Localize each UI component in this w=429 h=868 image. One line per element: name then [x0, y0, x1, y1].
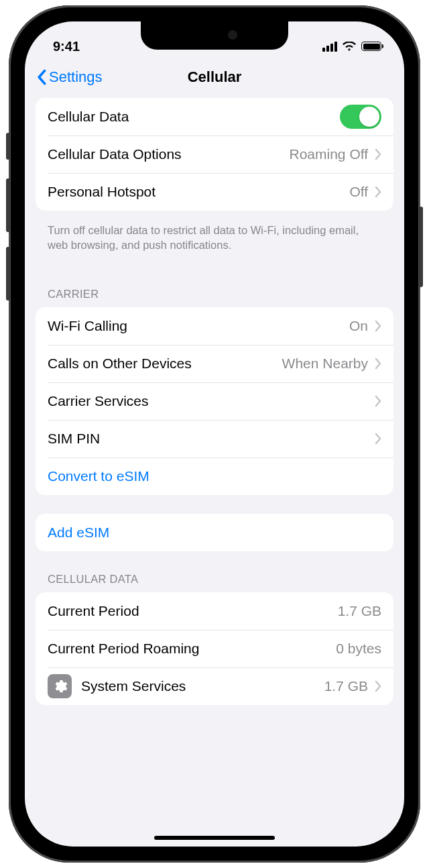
row-convert-to-esim[interactable]: Convert to eSIM [36, 457, 393, 495]
back-button[interactable]: Settings [37, 68, 103, 86]
row-value: 1.7 GB [324, 678, 368, 694]
row-add-esim[interactable]: Add eSIM [36, 514, 393, 551]
chevron-right-icon [375, 433, 381, 445]
chevron-left-icon [37, 69, 48, 85]
row-system-services[interactable]: System Services 1.7 GB [36, 667, 393, 705]
group-cellular-data-usage: Current Period 1.7 GB Current Period Roa… [36, 592, 393, 705]
row-wifi-calling[interactable]: Wi-Fi Calling On [36, 307, 393, 345]
row-value: On [349, 318, 368, 334]
row-cellular-data-options[interactable]: Cellular Data Options Roaming Off [36, 135, 393, 173]
row-label: Personal Hotspot [48, 184, 349, 200]
status-time: 9:41 [53, 39, 80, 54]
chevron-right-icon [375, 148, 381, 160]
group-cellular-main: Cellular Data Cellular Data Options Roam… [36, 98, 393, 211]
toggle-cellular-data[interactable] [340, 105, 381, 129]
row-sim-pin[interactable]: SIM PIN [36, 420, 393, 457]
gear-icon [48, 674, 72, 698]
section-header-carrier: CARRIER [36, 273, 393, 307]
row-value: Roaming Off [290, 146, 369, 162]
cellular-signal-icon [322, 42, 337, 52]
battery-icon [361, 42, 381, 51]
chevron-right-icon [375, 680, 381, 692]
row-label: System Services [81, 678, 324, 694]
row-label: SIM PIN [48, 431, 375, 447]
group-carrier: Wi-Fi Calling On Calls on Other Devices … [36, 307, 393, 495]
chevron-right-icon [375, 358, 381, 370]
row-current-period: Current Period 1.7 GB [36, 592, 393, 630]
chevron-right-icon [375, 320, 381, 332]
back-label: Settings [49, 68, 103, 86]
row-carrier-services[interactable]: Carrier Services [36, 382, 393, 420]
section-footer: Turn off cellular data to restrict all d… [36, 217, 393, 273]
home-indicator[interactable] [154, 836, 275, 840]
chevron-right-icon [375, 186, 381, 198]
group-add-esim: Add eSIM [36, 514, 393, 551]
row-personal-hotspot[interactable]: Personal Hotspot Off [36, 173, 393, 211]
row-label: Calls on Other Devices [48, 356, 282, 372]
row-label: Wi-Fi Calling [48, 318, 349, 334]
section-header-cellular-data: CELLULAR DATA [36, 558, 393, 592]
row-value: Off [349, 184, 368, 200]
row-value: When Nearby [282, 356, 368, 372]
chevron-right-icon [375, 395, 381, 407]
row-label: Current Period Roaming [48, 641, 336, 657]
row-label: Carrier Services [48, 393, 375, 409]
row-label: Cellular Data Options [48, 146, 290, 162]
row-value: 0 bytes [336, 641, 381, 657]
row-current-period-roaming: Current Period Roaming 0 bytes [36, 630, 393, 667]
row-label: Add eSIM [48, 525, 381, 541]
row-label: Cellular Data [48, 109, 340, 125]
row-label: Convert to eSIM [48, 468, 381, 484]
row-label: Current Period [48, 603, 338, 619]
wifi-icon [343, 42, 356, 52]
navigation-bar: Settings Cellular [25, 59, 404, 98]
row-value: 1.7 GB [338, 603, 381, 619]
device-notch [141, 21, 288, 50]
row-cellular-data[interactable]: Cellular Data [36, 98, 393, 135]
row-calls-on-other-devices[interactable]: Calls on Other Devices When Nearby [36, 345, 393, 382]
